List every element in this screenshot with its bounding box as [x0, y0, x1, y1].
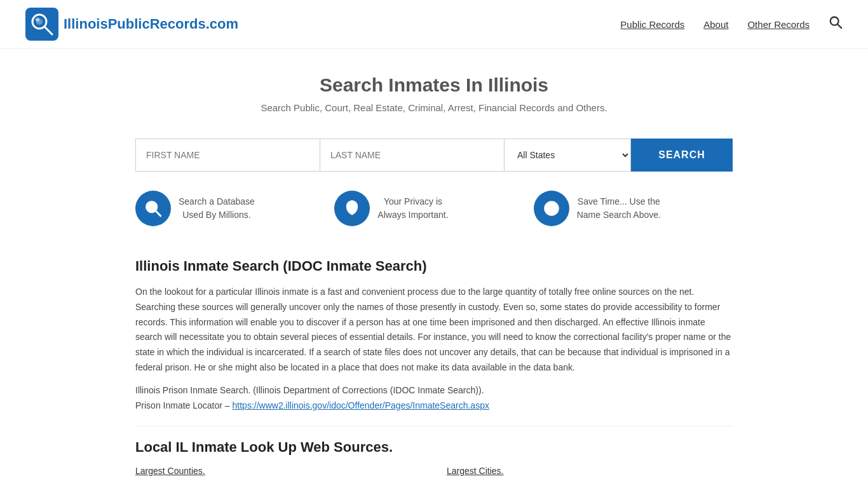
last-name-input[interactable]: [320, 139, 504, 172]
feature-search: Search a Database Used By Millions.: [135, 191, 334, 226]
state-select[interactable]: All StatesAlabamaAlaskaArizonaArkansasCa…: [504, 139, 631, 172]
feature-time-text: Save Time... Use the Name Search Above.: [577, 195, 661, 222]
feature-search-text: Search a Database Used By Millions.: [179, 195, 255, 222]
fingerprint-feature-icon: [334, 191, 370, 226]
two-col-section: Largest Counties. Largest Cities.: [135, 466, 733, 478]
search-section: All StatesAlabamaAlaskaArizonaArkansasCa…: [85, 126, 783, 184]
section2-heading: Local IL Inmate Look Up Web Sources.: [135, 439, 733, 456]
counties-col: Largest Counties.: [135, 466, 421, 478]
svg-rect-0: [25, 8, 58, 41]
feature-privacy-text: Your Privacy is Always Important.: [377, 195, 448, 222]
hero-section: Search Inmates In Illinois Search Public…: [0, 49, 868, 126]
svg-point-4: [36, 18, 39, 22]
logo-text: IllinoisPublicRecords.com: [64, 16, 238, 32]
main-nav: Public Records About Other Records: [620, 15, 843, 33]
header: IllinoisPublicRecords.com Public Records…: [0, 0, 868, 49]
first-name-input[interactable]: [135, 139, 320, 172]
hero-subtitle: Search Public, Court, Real Estate, Crimi…: [13, 102, 855, 113]
nav-public-records[interactable]: Public Records: [620, 19, 684, 30]
nav-search-icon[interactable]: [829, 15, 843, 33]
largest-counties-link[interactable]: Largest Counties.: [135, 466, 421, 476]
logo-icon: [25, 8, 58, 41]
features-section: Search a Database Used By Millions. Your…: [85, 184, 783, 245]
divider: [135, 426, 733, 426]
feature-time: Save Time... Use the Name Search Above.: [534, 191, 733, 226]
svg-line-6: [837, 24, 841, 28]
page-title: Search Inmates In Illinois: [13, 74, 855, 96]
svg-line-8: [156, 211, 161, 216]
largest-cities-link[interactable]: Largest Cities.: [447, 466, 733, 476]
search-feature-icon: [135, 191, 171, 226]
nav-other-records[interactable]: Other Records: [747, 19, 810, 30]
section1-heading: Illinois Inmate Search (IDOC Inmate Sear…: [135, 258, 733, 274]
section1-body: On the lookout for a particular Illinois…: [135, 285, 733, 376]
locator-link[interactable]: https://www2.illinois.gov/idoc/Offender/…: [233, 400, 489, 410]
clock-feature-icon: [534, 191, 569, 226]
logo[interactable]: IllinoisPublicRecords.com: [25, 8, 238, 41]
cities-col: Largest Cities.: [447, 466, 733, 478]
content-section: Illinois Inmate Search (IDOC Inmate Sear…: [85, 245, 783, 488]
section1-prison-text: Illinois Prison Inmate Search. (Illinois…: [135, 383, 733, 414]
nav-about[interactable]: About: [703, 19, 728, 30]
feature-privacy: Your Privacy is Always Important.: [334, 191, 533, 226]
search-button[interactable]: SEARCH: [631, 139, 733, 172]
